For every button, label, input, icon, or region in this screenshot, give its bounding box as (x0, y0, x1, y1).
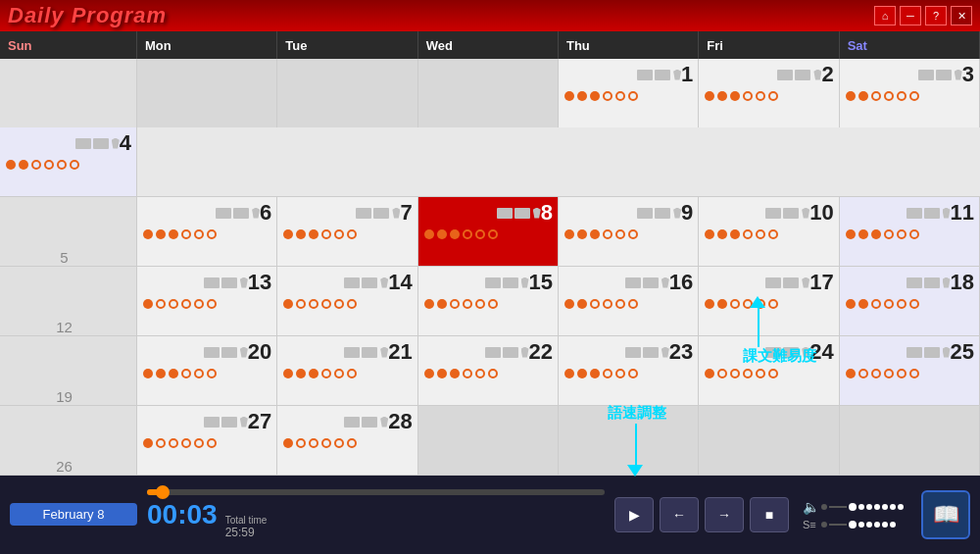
calendar-row-0: 1234 (0, 59, 980, 197)
progress-knob[interactable] (156, 485, 170, 499)
dot-4 (334, 299, 344, 309)
cal-day-7[interactable]: 7 (277, 197, 417, 266)
cal-day-10[interactable]: 10 (699, 197, 839, 266)
date-num-22: 22 (529, 339, 553, 365)
calendar-grid: 1234567891011121314151617181920212223242… (0, 59, 980, 453)
dot-0 (846, 369, 856, 378)
date-num-21: 21 (388, 339, 412, 365)
home-button[interactable]: ⌂ (874, 6, 896, 25)
date-num-20: 20 (248, 339, 271, 365)
dot-4 (334, 369, 344, 378)
next-button[interactable]: → (705, 497, 744, 532)
cal-day-11[interactable]: 11 (840, 197, 980, 266)
cal-day-17[interactable]: 17 (699, 267, 839, 335)
play-button[interactable]: ▶ (614, 497, 654, 532)
dot-0 (424, 369, 434, 378)
date-num-24: 24 (809, 339, 833, 365)
dot-3 (743, 91, 753, 101)
day-header-sun: Sun (0, 31, 137, 59)
cal-day-16[interactable]: 16 (559, 267, 699, 335)
dot-0 (846, 229, 856, 239)
dot-4 (615, 299, 625, 309)
dot-5 (207, 299, 217, 309)
cal-day-28[interactable]: 28 (277, 406, 417, 475)
cal-day-18[interactable]: 18 (840, 267, 980, 335)
close-button[interactable]: ✕ (951, 6, 972, 25)
cal-day-22[interactable]: 22 (418, 336, 559, 405)
dot-0 (143, 229, 153, 239)
dot-1 (577, 229, 587, 239)
dot-0 (705, 299, 714, 309)
dot-4 (194, 438, 204, 448)
dot-4 (756, 91, 765, 101)
speed-dots[interactable] (821, 521, 896, 529)
dot-3 (181, 229, 191, 239)
dot-5 (488, 299, 498, 309)
dot-2 (309, 369, 318, 378)
dot-0 (283, 369, 293, 378)
spd-dot-2 (849, 521, 857, 529)
dot-5 (628, 91, 638, 101)
cal-day-1[interactable]: 1 (559, 59, 699, 127)
date-selector[interactable]: February 8 (10, 503, 137, 526)
cal-day-13[interactable]: 13 (137, 267, 277, 335)
vol-dot-1 (821, 504, 827, 510)
app-title: Daily Program (8, 3, 167, 28)
cal-day-9[interactable]: 9 (559, 197, 699, 266)
date-num-28: 28 (388, 409, 412, 434)
dot-2 (450, 229, 460, 239)
spd-line (829, 524, 847, 526)
help-button[interactable]: ? (925, 6, 947, 25)
dot-2 (309, 438, 318, 448)
spd-dot-1 (821, 522, 827, 528)
dot-5 (488, 229, 498, 239)
cal-day-25[interactable]: 25 (840, 336, 980, 405)
cal-day-empty (277, 59, 417, 127)
calendar-row-1: 567891011 (0, 197, 980, 267)
cal-day-15[interactable]: 15 (418, 267, 559, 335)
spd-dot-3 (858, 522, 864, 528)
cal-day-3[interactable]: 3 (840, 59, 980, 127)
date-num-10: 10 (809, 200, 833, 226)
cal-day-2[interactable]: 2 (699, 59, 839, 127)
volume-dots[interactable] (821, 503, 904, 511)
stop-button[interactable]: ■ (750, 497, 789, 532)
dot-1 (858, 299, 868, 309)
time-display: 00:03 Total time 25:59 (147, 499, 605, 539)
cal-day-23[interactable]: 23 (559, 336, 699, 405)
date-num-27: 27 (248, 409, 271, 434)
calendar-container: Sun Mon Tue Wed Thu Fri Sat 123456789101… (0, 31, 980, 453)
dot-3 (181, 369, 191, 378)
day-header-tue: Tue (277, 31, 417, 59)
dot-1 (717, 299, 727, 309)
cal-day-14[interactable]: 14 (277, 267, 417, 335)
dot-5 (488, 369, 498, 378)
dot-3 (884, 299, 894, 309)
speed-control-row: S≡ (803, 519, 904, 530)
dot-0 (705, 369, 714, 378)
dot-3 (181, 438, 191, 448)
dot-1 (296, 229, 306, 239)
dot-4 (334, 438, 344, 448)
dot-2 (871, 369, 881, 378)
progress-bar[interactable] (147, 489, 605, 495)
cal-day-24[interactable]: 24 (699, 336, 839, 405)
cal-day-27[interactable]: 27 (137, 406, 277, 475)
book-button[interactable]: 📖 (921, 490, 970, 539)
cal-day-21[interactable]: 21 (277, 336, 417, 405)
date-num-11: 11 (951, 200, 974, 226)
cal-day-20[interactable]: 20 (137, 336, 277, 405)
cal-day-4[interactable]: 4 (0, 127, 137, 196)
minimize-button[interactable]: ─ (900, 6, 921, 25)
prev-button[interactable]: ← (660, 497, 699, 532)
dot-5 (909, 91, 919, 101)
cal-day-6[interactable]: 6 (137, 197, 277, 266)
dot-2 (590, 229, 600, 239)
dot-0 (846, 299, 856, 309)
dot-1 (858, 229, 868, 239)
dot-0 (143, 369, 153, 378)
dot-1 (296, 299, 306, 309)
cal-day-8[interactable]: 8 (418, 197, 559, 266)
dot-4 (334, 229, 344, 239)
dot-3 (463, 299, 472, 309)
